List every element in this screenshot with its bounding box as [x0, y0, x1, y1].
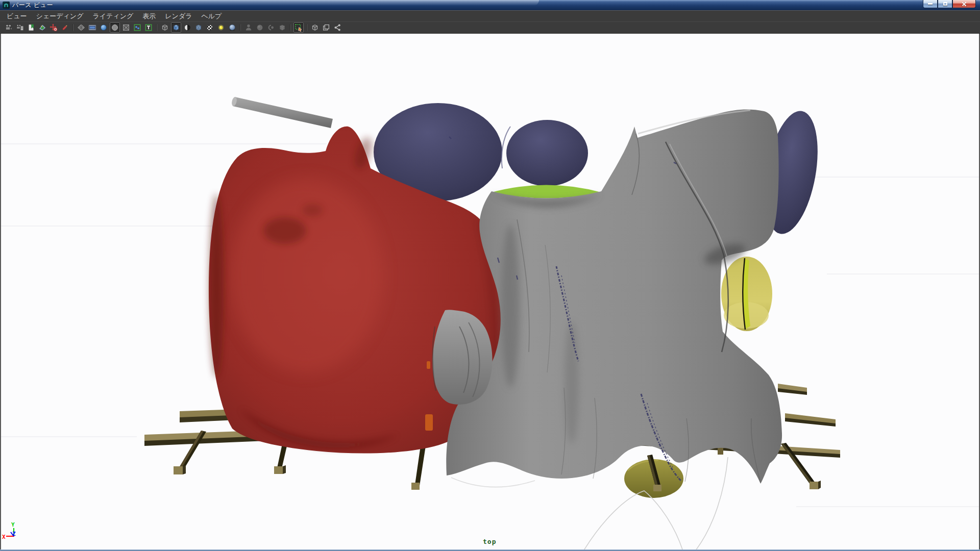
isolate-person-icon[interactable] — [243, 22, 254, 33]
isolate-notched-sphere-icon[interactable] — [266, 22, 276, 33]
app-icon — [3, 2, 10, 9]
scene-canvas[interactable]: top X Y Z — [1, 34, 979, 549]
isolate-sphere-icon[interactable] — [255, 22, 265, 33]
share-node-icon[interactable] — [332, 22, 342, 33]
default-light-icon[interactable] — [216, 22, 226, 33]
menu-view[interactable]: ビュー — [2, 11, 32, 22]
title-bar[interactable]: パース ビュー — [0, 0, 980, 10]
menu-show[interactable]: 表示 — [138, 11, 160, 22]
axis-y-label: Y — [11, 521, 15, 528]
toolbar-separator — [290, 24, 291, 31]
axis-z-label: Z — [12, 531, 16, 537]
menu-shading[interactable]: シェーディング — [32, 11, 88, 22]
orange-marker — [425, 414, 433, 431]
toolbar-separator — [72, 24, 74, 31]
restore-button[interactable] — [938, 0, 952, 8]
solid-cube-icon[interactable] — [171, 22, 181, 33]
textured-shading-icon[interactable] — [132, 22, 142, 33]
bookmarks-icon[interactable] — [26, 22, 36, 33]
minimize-icon — [928, 3, 933, 5]
shaded-sphere-icon[interactable] — [99, 22, 109, 33]
close-button[interactable] — [952, 0, 976, 8]
window-title: パース ビュー — [12, 1, 53, 10]
wireframe-box-icon[interactable] — [121, 22, 131, 33]
half-checker-sphere-icon[interactable] — [182, 22, 192, 33]
menu-lighting[interactable]: ライティング — [88, 11, 138, 22]
duplicate-view-icon[interactable] — [321, 22, 331, 33]
minimize-button[interactable] — [923, 0, 938, 8]
grease-pencil-icon[interactable] — [60, 22, 70, 33]
move-zoom-tool-icon[interactable] — [48, 22, 59, 33]
menu-renderer[interactable]: レンダラ — [160, 11, 197, 22]
xray-cube-icon[interactable] — [193, 22, 204, 33]
perspective-view-window: パース ビュー ビュー シェーディング ライティング 表示 レンダラ ヘルプ — [0, 0, 980, 551]
orange-marker-small — [427, 361, 430, 369]
select-camera-icon[interactable] — [4, 22, 14, 33]
restore-icon — [943, 2, 947, 6]
grid-plane-icon[interactable] — [76, 22, 86, 33]
film-gate-icon[interactable] — [87, 22, 97, 33]
image-plane-icon[interactable] — [37, 22, 47, 33]
cube-outline-icon[interactable] — [310, 22, 320, 33]
toolbar-separator — [156, 24, 157, 31]
shaded-ball-icon[interactable] — [227, 22, 237, 33]
menu-help[interactable]: ヘルプ — [197, 11, 226, 22]
select-highlight-icon[interactable] — [293, 22, 304, 33]
flat-shade-sphere-icon[interactable] — [110, 22, 120, 33]
menu-bar: ビュー シェーディング ライティング 表示 レンダラ ヘルプ — [0, 10, 980, 21]
panel-toolbar — [0, 21, 980, 34]
navy-sphere-center[interactable] — [506, 120, 588, 186]
isolate-cube-icon[interactable] — [277, 22, 287, 33]
window-controls — [923, 0, 976, 8]
axis-x-label: X — [2, 534, 6, 540]
toolbar-separator — [240, 24, 241, 31]
texture-labels-icon[interactable] — [143, 22, 154, 33]
wire-cube-icon[interactable] — [160, 22, 170, 33]
toolbar-separator — [306, 24, 307, 31]
yellow-sphere-right[interactable] — [721, 257, 772, 331]
camera-attributes-icon[interactable] — [15, 22, 25, 33]
3d-viewport[interactable]: top X Y Z — [0, 34, 980, 549]
camera-label: top — [483, 538, 496, 545]
checker-sphere-icon[interactable] — [205, 22, 215, 33]
close-icon — [962, 2, 967, 7]
